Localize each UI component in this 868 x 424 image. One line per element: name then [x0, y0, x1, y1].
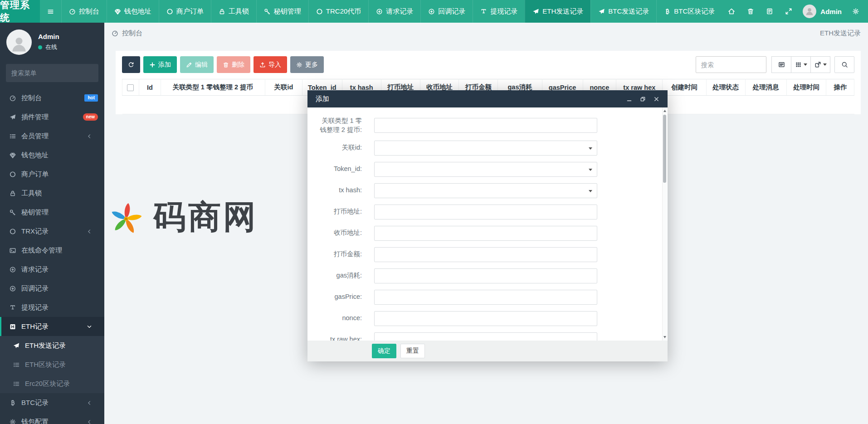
sidebar-item-ETH记录[interactable]: ETH记录 — [0, 317, 104, 336]
column-header-操作[interactable]: 操作 — [826, 79, 854, 96]
field-label: 关联类型 1 零钱整理 2 提币: — [317, 117, 362, 134]
detail-view-button[interactable] — [771, 56, 791, 73]
sidebar-item-控制台[interactable]: 控制台hot — [0, 88, 104, 107]
close-icon[interactable] — [653, 96, 659, 102]
nav-right: Admin — [722, 0, 868, 23]
toolbar-button-导入[interactable]: 导入 — [254, 56, 287, 73]
caret-down-icon — [589, 190, 592, 192]
column-header-关联id[interactable]: 关联id — [265, 79, 302, 96]
text-width-icon — [480, 8, 487, 15]
sidebar-item-label: TRX记录 — [21, 227, 49, 236]
input-nonce:[interactable] — [374, 311, 597, 326]
trash-button[interactable] — [741, 8, 760, 15]
sidebar-item-TRX记录[interactable]: TRX记录 — [0, 222, 104, 241]
nav-item-BTC发送记录[interactable]: BTC发送记录 — [590, 0, 656, 23]
sidebar-item-提现记录[interactable]: 提现记录 — [0, 298, 104, 317]
input-打币金额:[interactable] — [374, 247, 597, 262]
reset-button[interactable]: 重置 — [400, 344, 425, 358]
user-menu[interactable]: Admin — [798, 5, 846, 18]
scroll-down-icon[interactable] — [663, 336, 666, 338]
column-header-关联类型 1 零钱整理 2 提币[interactable]: 关联类型 1 零钱整理 2 提币 — [161, 79, 265, 96]
columns-view-button[interactable] — [791, 56, 811, 73]
scroll-up-icon[interactable] — [663, 110, 666, 112]
menu-icon — [47, 8, 54, 15]
export-view-button[interactable] — [810, 56, 830, 73]
scroll-thumb[interactable] — [663, 115, 666, 183]
button-label: 添加 — [158, 61, 171, 69]
sidebar-item-钱包配置[interactable]: 钱包配置 — [0, 412, 104, 424]
dialog-scrollbar[interactable] — [662, 107, 667, 341]
sidebar-item-商户订单[interactable]: 商户订单 — [0, 165, 104, 184]
input-收币地址:[interactable] — [374, 226, 597, 241]
nav-item-工具锁[interactable]: 工具锁 — [211, 0, 256, 23]
sidebar-item-秘钥管理[interactable]: 秘钥管理 — [0, 203, 104, 222]
column-header-创建时间[interactable]: 创建时间 — [663, 79, 706, 96]
field-label: 打币地址: — [317, 207, 362, 216]
sidebar-item-Erc20区块记录[interactable]: Erc20区块记录 — [0, 374, 104, 393]
sidebar-item-会员管理[interactable]: 会员管理 — [0, 127, 104, 146]
field-label: 收币地址: — [317, 229, 362, 238]
input-关联类型 1 零钱整理 2 提币:[interactable] — [374, 118, 597, 133]
settings-button[interactable] — [846, 8, 865, 15]
sidebar-item-ETH区块记录[interactable]: ETH区块记录 — [0, 355, 104, 374]
nav-item-menu-toggle[interactable] — [40, 0, 61, 23]
input-tx raw hex:[interactable] — [374, 332, 597, 341]
nav-item-请求记录[interactable]: 请求记录 — [368, 0, 420, 23]
input-gasPrice:[interactable] — [374, 290, 597, 305]
expand-button[interactable] — [779, 8, 798, 15]
nav-item-回调记录[interactable]: 回调记录 — [420, 0, 473, 23]
sidebar-item-label: 回调记录 — [21, 284, 49, 293]
select-关联id:[interactable] — [374, 141, 597, 156]
sidebar-item-label: 钱包配置 — [21, 418, 49, 424]
key-icon — [8, 209, 17, 216]
gear-icon — [296, 62, 302, 68]
column-header-处理时间[interactable]: 处理时间 — [786, 79, 826, 96]
nav-item-提现记录[interactable]: 提现记录 — [473, 0, 525, 23]
toolbar-button-删除[interactable]: 删除 — [217, 56, 250, 73]
nav-item-商户订单[interactable]: 商户订单 — [159, 0, 211, 23]
home-button[interactable] — [722, 8, 741, 15]
column-header-Id[interactable]: Id — [139, 79, 161, 96]
input-打币地址:[interactable] — [374, 205, 597, 219]
log-button[interactable] — [760, 8, 779, 15]
sidebar-item-label: 控制台 — [21, 94, 42, 102]
dialog-titlebar[interactable]: 添加 — [307, 90, 668, 107]
ok-button[interactable]: 确定 — [372, 344, 396, 358]
nav-item-钱包地址[interactable]: 钱包地址 — [107, 0, 159, 23]
minimize-icon[interactable] — [626, 96, 632, 102]
gem-icon — [8, 152, 17, 159]
sidebar-item-插件管理[interactable]: 插件管理new — [0, 107, 104, 127]
sidebar-item-工具锁[interactable]: 工具锁 — [0, 184, 104, 203]
toolbar-button-更多[interactable]: 更多 — [290, 56, 324, 73]
sidebar-item-ETH发送记录[interactable]: ETH发送记录 — [0, 336, 104, 355]
select-tx hash:[interactable] — [374, 183, 597, 198]
nav-item-ETH发送记录[interactable]: ETH发送记录 — [525, 0, 590, 23]
column-header-处理消息[interactable]: 处理消息 — [745, 79, 786, 96]
select-all-header — [122, 79, 139, 96]
nav-item-TRC20代币[interactable]: TRC20代币 — [308, 0, 369, 23]
nav-item-控制台[interactable]: 控制台 — [61, 0, 107, 23]
toolbar-button-添加[interactable]: 添加 — [143, 56, 177, 73]
sidebar-search-input[interactable] — [11, 69, 93, 77]
nav-item-BTC区块记录[interactable]: BTC区块记录 — [656, 0, 722, 23]
sidebar-item-label: 插件管理 — [21, 113, 49, 122]
column-header-处理状态[interactable]: 处理状态 — [706, 79, 745, 96]
nav-item-label: ETH发送记录 — [542, 7, 583, 16]
plane-icon — [12, 342, 21, 349]
table-search-input[interactable] — [696, 56, 766, 73]
list-icon — [12, 380, 21, 387]
refresh-button[interactable] — [122, 56, 140, 73]
nav-item-秘钥管理[interactable]: 秘钥管理 — [256, 0, 308, 23]
restore-icon[interactable] — [640, 96, 646, 102]
sidebar-item-请求记录[interactable]: 请求记录 — [0, 260, 104, 279]
toolbar-button-编辑[interactable]: 编辑 — [180, 56, 214, 73]
sidebar-item-回调记录[interactable]: 回调记录 — [0, 279, 104, 298]
dialog-title: 添加 — [316, 95, 329, 103]
select-all-checkbox[interactable] — [127, 84, 134, 91]
sidebar-item-钱包地址[interactable]: 钱包地址 — [0, 146, 104, 165]
sidebar-item-BTC记录[interactable]: BTC记录 — [0, 393, 104, 412]
input-gas消耗:[interactable] — [374, 268, 597, 283]
sidebar-item-在线命令管理[interactable]: 在线命令管理 — [0, 241, 104, 260]
select-Token_id:[interactable] — [374, 162, 597, 177]
search-view-button[interactable] — [834, 56, 854, 73]
